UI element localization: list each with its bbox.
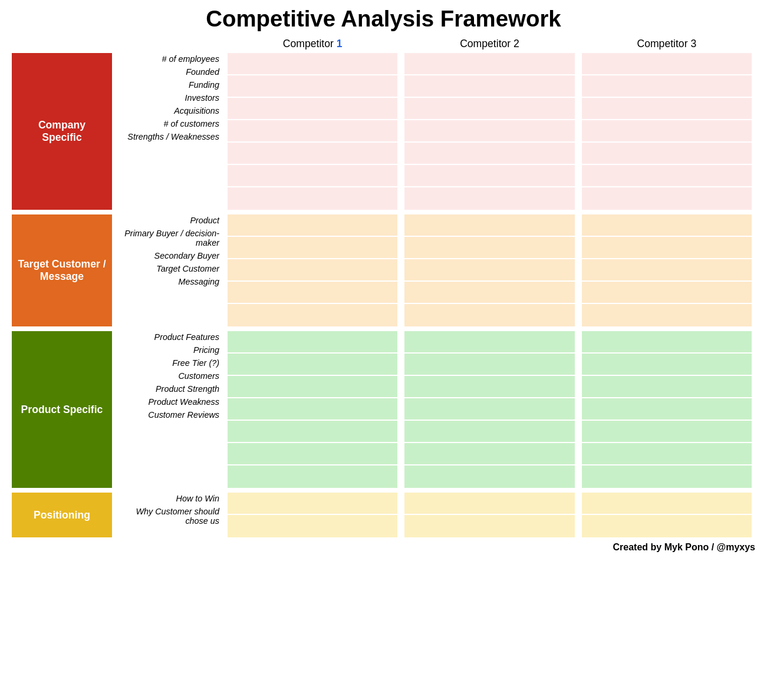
row-label: Messaging: [112, 276, 224, 288]
row-label: Product: [112, 214, 224, 227]
table-cell[interactable]: [582, 187, 752, 210]
table-cell[interactable]: [228, 331, 397, 354]
table-cell[interactable]: [582, 282, 752, 304]
row-label: Customer Reviews: [112, 409, 224, 421]
table-cell[interactable]: [228, 304, 397, 326]
table-cell[interactable]: [404, 120, 574, 143]
cell-col-product-specific-comp3: [578, 331, 755, 488]
section-label-company-specific: Company Specific: [12, 53, 112, 210]
row-label: Primary Buyer / decision-maker: [112, 227, 224, 250]
table-cell[interactable]: [582, 493, 752, 515]
cell-col-company-specific-comp2: [401, 53, 578, 210]
table-cell[interactable]: [228, 259, 397, 282]
table-cell[interactable]: [404, 282, 574, 304]
table-cell[interactable]: [228, 282, 397, 304]
cell-col-target-customer-comp2: [401, 214, 578, 326]
cell-col-company-specific-comp1: [224, 53, 401, 210]
table-cell[interactable]: [228, 465, 397, 488]
table-cell[interactable]: [404, 515, 574, 537]
table-cell[interactable]: [228, 98, 397, 120]
rows-col-product-specific: Product FeaturesPricingFree Tier (?)Cust…: [112, 331, 224, 488]
table-cell[interactable]: [582, 376, 752, 398]
table-cell[interactable]: [228, 237, 397, 259]
table-cell[interactable]: [404, 165, 574, 187]
table-cell[interactable]: [582, 53, 752, 75]
table-cell[interactable]: [582, 331, 752, 354]
table-cell[interactable]: [582, 120, 752, 143]
row-label: Product Strength: [112, 383, 224, 396]
table-cell[interactable]: [582, 75, 752, 98]
cell-col-positioning-comp1: [224, 493, 401, 537]
table-cell[interactable]: [582, 259, 752, 282]
table-cell[interactable]: [404, 493, 574, 515]
section-label-product-specific: Product Specific: [12, 331, 112, 488]
rows-col-target-customer: ProductPrimary Buyer / decision-makerSec…: [112, 214, 224, 326]
table-cell[interactable]: [404, 421, 574, 443]
table-cell[interactable]: [404, 53, 574, 75]
section-product-specific: Product SpecificProduct FeaturesPricingF…: [12, 331, 755, 488]
table-cell[interactable]: [582, 398, 752, 421]
row-label: # of customers: [112, 118, 224, 131]
table-cell[interactable]: [404, 304, 574, 326]
row-label: Why Customer should chose us: [112, 506, 224, 527]
row-label: Secondary Buyer: [112, 250, 224, 263]
table-cell[interactable]: [582, 98, 752, 120]
table-cell[interactable]: [582, 304, 752, 326]
page-title: Competitive Analysis Framework: [12, 6, 755, 32]
table-cell[interactable]: [404, 398, 574, 421]
row-label: Target Customer: [112, 263, 224, 276]
table-cell[interactable]: [582, 214, 752, 237]
table-cell[interactable]: [582, 465, 752, 488]
table-cell[interactable]: [404, 214, 574, 237]
row-label: # of employees: [112, 53, 224, 66]
table-cell[interactable]: [228, 421, 397, 443]
table-cell[interactable]: [404, 75, 574, 98]
table-cell[interactable]: [228, 187, 397, 210]
row-label: Acquisitions: [112, 105, 224, 118]
row-label: Free Tier (?): [112, 357, 224, 370]
table-cell[interactable]: [582, 143, 752, 165]
table-cell[interactable]: [228, 443, 397, 465]
table-cell[interactable]: [404, 259, 574, 282]
section-label-positioning: Positioning: [12, 493, 112, 537]
cell-col-positioning-comp2: [401, 493, 578, 537]
table-cell[interactable]: [228, 214, 397, 237]
table-cell[interactable]: [404, 98, 574, 120]
table-cell[interactable]: [404, 331, 574, 354]
table-cell[interactable]: [404, 237, 574, 259]
row-label: Customers: [112, 370, 224, 383]
table-cell[interactable]: [228, 398, 397, 421]
table-cell[interactable]: [582, 421, 752, 443]
table-cell[interactable]: [228, 376, 397, 398]
table-cell[interactable]: [582, 354, 752, 376]
row-label: Product Weakness: [112, 396, 224, 409]
cell-col-positioning-comp3: [578, 493, 755, 537]
cell-col-product-specific-comp1: [224, 331, 401, 488]
table-cell[interactable]: [582, 165, 752, 187]
table-cell[interactable]: [228, 53, 397, 75]
table-cell[interactable]: [404, 354, 574, 376]
row-label: Product Features: [112, 331, 224, 344]
table-cell[interactable]: [228, 120, 397, 143]
table-cell[interactable]: [228, 143, 397, 165]
table-cell[interactable]: [582, 443, 752, 465]
row-label: Investors: [112, 92, 224, 105]
cell-col-target-customer-comp1: [224, 214, 401, 326]
table-cell[interactable]: [404, 465, 574, 488]
table-cell[interactable]: [404, 143, 574, 165]
table-cell[interactable]: [582, 515, 752, 537]
table-cell[interactable]: [404, 443, 574, 465]
table-cell[interactable]: [228, 354, 397, 376]
table-cell[interactable]: [582, 237, 752, 259]
row-label: Pricing: [112, 344, 224, 357]
table-cell[interactable]: [404, 376, 574, 398]
table-cell[interactable]: [228, 165, 397, 187]
row-label: Founded: [112, 66, 224, 79]
cell-col-target-customer-comp3: [578, 214, 755, 326]
table-cell[interactable]: [228, 75, 397, 98]
table-cell[interactable]: [404, 187, 574, 210]
rows-col-company-specific: # of employeesFoundedFundingInvestorsAcq…: [112, 53, 224, 210]
section-target-customer: Target Customer / MessageProductPrimary …: [12, 214, 755, 326]
table-cell[interactable]: [228, 515, 397, 537]
table-cell[interactable]: [228, 493, 397, 515]
